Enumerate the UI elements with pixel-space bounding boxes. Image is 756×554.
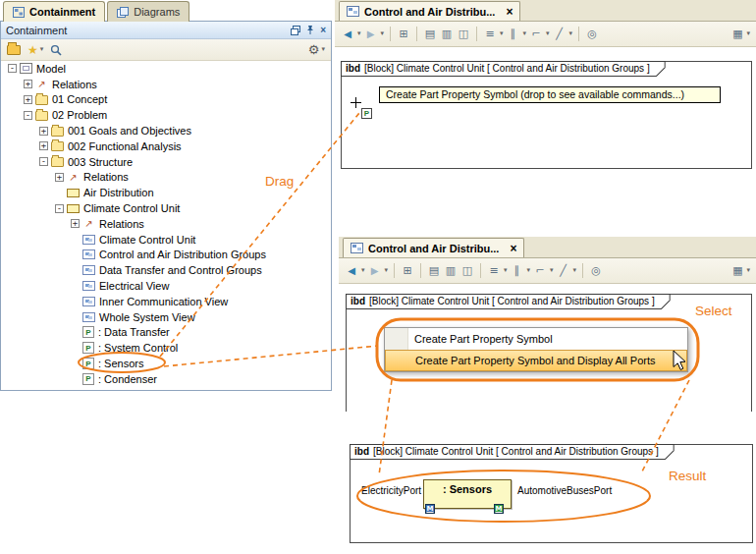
tree-item-whole-system-diagram[interactable]: Whole System View xyxy=(2,309,330,325)
diagram-tab[interactable]: Control and Air Distribu... × xyxy=(343,238,524,257)
tree-expand-toggle[interactable]: + xyxy=(24,95,32,104)
paste-icon[interactable]: ▥ xyxy=(440,28,454,39)
align-icon[interactable]: ≡ xyxy=(483,28,497,39)
float-window-icon[interactable] xyxy=(291,26,300,35)
tree-expand-toggle[interactable]: - xyxy=(39,157,48,166)
back-icon[interactable]: ◀ xyxy=(341,29,354,39)
distribute-caret-icon[interactable]: ▾ xyxy=(523,30,527,37)
tree-item-electrical-view-diagram[interactable]: Electrical View xyxy=(2,278,330,294)
tree-item-inner-communication-diagram[interactable]: Inner Communication View xyxy=(2,294,330,309)
tree-item-relations[interactable]: +↗Relations xyxy=(2,170,330,186)
gear-caret-icon[interactable]: ▾ xyxy=(321,46,325,53)
menu-item-create-part-property-all-ports[interactable]: Create Part Property Symbol and Display … xyxy=(385,350,687,371)
rectilinear-path-icon[interactable]: ⌐ xyxy=(533,265,547,276)
oblique-path-icon[interactable]: ╱ xyxy=(557,265,570,276)
back-caret-icon[interactable]: ▾ xyxy=(361,267,365,274)
containment-tree[interactable]: -Model +↗Relations +01 Concept -02 Probl… xyxy=(2,61,330,389)
menu-item-create-part-property[interactable]: Create Part Property Symbol xyxy=(385,328,687,350)
clone-icon[interactable]: ◫ xyxy=(457,28,470,39)
align-caret-icon[interactable]: ▾ xyxy=(504,267,508,274)
close-tab-icon[interactable]: × xyxy=(510,242,516,255)
tab-diagrams[interactable]: Diagrams xyxy=(107,1,189,22)
diagram-canvas[interactable]: ibd[Block] Climate Control Unit [ Contro… xyxy=(339,284,756,412)
grid-options-icon[interactable]: ▦ xyxy=(730,265,744,276)
tree-expand-toggle[interactable]: - xyxy=(8,64,17,73)
back-icon[interactable]: ◀ xyxy=(345,266,358,276)
tree-item-relations[interactable]: +↗Relations xyxy=(2,216,330,232)
tree-item-label[interactable]: Data Transfer and Control Groups xyxy=(99,264,262,276)
tree-expand-toggle[interactable]: - xyxy=(24,111,32,120)
tree-expand-toggle[interactable]: + xyxy=(71,219,80,228)
close-icon[interactable]: × xyxy=(320,26,326,35)
tree-item-air-distribution[interactable]: Air Distribution xyxy=(2,185,330,200)
grid-caret-icon[interactable]: ▾ xyxy=(746,267,750,274)
oblique-caret-icon[interactable]: ▾ xyxy=(569,30,573,37)
gear-icon[interactable]: ⚙ xyxy=(308,43,320,56)
tree-item-label[interactable]: : System Control xyxy=(98,342,178,354)
tree-item-control-air-groups-diagram[interactable]: Control and Air Distribution Groups xyxy=(2,248,330,263)
forward-icon[interactable]: ▶ xyxy=(364,29,378,39)
open-folder-icon[interactable] xyxy=(7,45,21,55)
tab-containment[interactable]: Containment xyxy=(3,1,105,22)
tree-item-label[interactable]: Electrical View xyxy=(99,280,169,292)
tree-item-002-functional[interactable]: +002 Functional Analysis xyxy=(2,138,330,154)
tree-item-label[interactable]: Control and Air Distribution Groups xyxy=(99,249,266,260)
tree-item-02-problem[interactable]: -02 Problem xyxy=(2,107,330,123)
tree-item-part-data-transfer[interactable]: P: Data Transfer xyxy=(2,325,330,341)
tree-item-part-sensors[interactable]: P: Sensors xyxy=(2,356,330,371)
tree-item-label[interactable]: Inner Communication View xyxy=(99,296,228,307)
tree-item-part-system-control[interactable]: P: System Control xyxy=(2,340,330,356)
distribute-caret-icon[interactable]: ▾ xyxy=(527,267,531,274)
tree-item-003-structure[interactable]: -003 Structure xyxy=(2,154,330,170)
align-icon[interactable]: ≡ xyxy=(487,265,501,276)
tree-item-label[interactable]: 003 Structure xyxy=(68,156,133,168)
grid-options-icon[interactable]: ▦ xyxy=(730,28,744,39)
tree-item-label[interactable]: Air Distribution xyxy=(83,187,154,198)
pin-icon[interactable] xyxy=(305,25,315,35)
tree-item-ccu-diagram[interactable]: Climate Control Unit xyxy=(2,232,330,248)
tree-item-001-goals[interactable]: +001 Goals and Objectives xyxy=(2,123,330,138)
tree-item-relations[interactable]: +↗Relations xyxy=(2,77,330,92)
zoom-icon[interactable]: ◎ xyxy=(589,265,603,276)
select-in-tree-icon[interactable]: ⊞ xyxy=(397,28,410,39)
rectilinear-path-icon[interactable]: ⌐ xyxy=(529,28,543,39)
tree-item-label[interactable]: : Condenser xyxy=(98,373,157,385)
clone-icon[interactable]: ◫ xyxy=(460,265,474,276)
tree-item-label[interactable]: Climate Control Unit xyxy=(83,202,180,214)
path-caret-icon[interactable]: ▾ xyxy=(550,267,554,274)
tree-item-model[interactable]: -Model xyxy=(2,61,330,77)
path-caret-icon[interactable]: ▾ xyxy=(546,30,550,37)
diagram-canvas[interactable]: ibd[Block] Climate Control Unit [ Contro… xyxy=(335,47,756,228)
tree-item-label[interactable]: 002 Functional Analysis xyxy=(68,140,182,152)
tree-expand-toggle[interactable]: + xyxy=(39,141,48,150)
search-icon[interactable] xyxy=(50,44,62,56)
favorites-star-icon[interactable]: ★ xyxy=(27,44,38,56)
tree-item-label[interactable]: Climate Control Unit xyxy=(99,234,195,246)
automotive-buses-port-symbol[interactable]: M xyxy=(494,504,504,514)
tree-item-label[interactable]: Relations xyxy=(52,79,97,90)
copy-icon[interactable]: ▤ xyxy=(423,28,437,39)
tree-item-label[interactable]: : Data Transfer xyxy=(98,326,170,338)
tree-item-label[interactable]: Relations xyxy=(83,171,129,183)
distribute-icon[interactable]: ∥ xyxy=(507,28,520,39)
tree-item-data-transfer-groups-diagram[interactable]: Data Transfer and Control Groups xyxy=(2,262,330,278)
grid-caret-icon[interactable]: ▾ xyxy=(746,30,750,37)
oblique-path-icon[interactable]: ╱ xyxy=(553,28,567,39)
tree-item-label[interactable]: 01 Concept xyxy=(52,93,107,105)
tree-expand-toggle[interactable]: + xyxy=(55,173,64,182)
electricity-port-symbol[interactable]: M xyxy=(425,504,435,514)
tree-expand-toggle[interactable]: + xyxy=(24,80,32,88)
tree-expand-toggle[interactable]: - xyxy=(55,204,64,213)
tree-item-part-condenser[interactable]: P: Condenser xyxy=(2,371,330,387)
oblique-caret-icon[interactable]: ▾ xyxy=(573,267,577,274)
tree-item-label[interactable]: Relations xyxy=(99,218,144,230)
favorites-caret-icon[interactable]: ▾ xyxy=(40,46,44,53)
tree-item-climate-control-unit[interactable]: -Climate Control Unit xyxy=(2,200,330,216)
tree-item-label[interactable]: 02 Problem xyxy=(52,109,107,121)
distribute-icon[interactable]: ∥ xyxy=(511,265,524,276)
tree-item-01-concept[interactable]: +01 Concept xyxy=(2,92,330,108)
zoom-icon[interactable]: ◎ xyxy=(585,28,599,39)
diagram-tab[interactable]: Control and Air Distribu... × xyxy=(339,1,520,21)
close-tab-icon[interactable]: × xyxy=(506,5,513,19)
forward-icon[interactable]: ▶ xyxy=(368,266,382,276)
